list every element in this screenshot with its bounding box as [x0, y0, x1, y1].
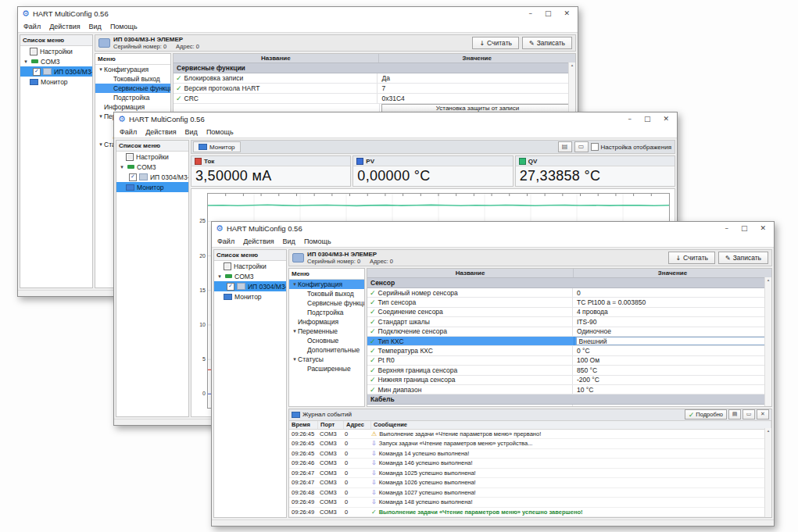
menu-tree-item-adjust[interactable]: Подстройка — [289, 308, 364, 317]
sidebar-item-com3[interactable]: ▾COM3 — [214, 271, 286, 281]
menu-actions[interactable]: Действия — [243, 237, 274, 245]
checked-checkbox-icon[interactable]: ✓ — [227, 283, 234, 291]
minimize-icon[interactable]: – — [725, 222, 728, 235]
log-row[interactable]: 09:26:45COM30⚠Выполнение задачи «Чтение … — [289, 430, 771, 440]
parameter-value-cell[interactable]: 0 °C — [573, 346, 771, 355]
clear-log-icon[interactable]: ▭ — [743, 409, 755, 420]
table-row[interactable]: ✓Провод R10 Ом — [367, 405, 771, 405]
log-row[interactable]: 09:26:46COM30⇩Команда 146 успешно выполн… — [289, 459, 771, 469]
parameter-value-cell[interactable]: Да — [378, 73, 575, 83]
menu-tree-item-adjust[interactable]: Подстройка — [95, 93, 170, 102]
log-row[interactable]: 09:26:49COM30✓Выполнение задачи «Чтение … — [289, 508, 771, 518]
table-row[interactable]: ✓Соединение сенсора4 провода — [367, 308, 771, 317]
table-row[interactable]: ✓CRC0x31C4 — [174, 94, 575, 104]
parameter-value-cell[interactable]: ITS-90 — [573, 317, 771, 326]
menu-file[interactable]: Файл — [217, 237, 234, 245]
sidebar-item-monitor[interactable]: Монитор — [20, 77, 92, 87]
menu-tree-item-statuses[interactable]: ▾Статусы — [289, 355, 364, 364]
parameter-value-cell[interactable]: Одиночное — [573, 327, 771, 336]
sidebar-item-monitor[interactable]: Монитор — [116, 182, 188, 192]
sidebar-item-device[interactable]: ✓ИП 0304/М3-Н — [214, 281, 286, 291]
close-icon[interactable]: ✕ — [760, 222, 766, 235]
minimize-icon[interactable]: – — [528, 7, 532, 20]
menu-help[interactable]: Помощь — [206, 128, 234, 136]
table-row[interactable]: ✓Блокировка записиДа — [174, 73, 575, 84]
table-row[interactable]: ✓Нижняя граница сенсора-200 °C — [367, 376, 771, 385]
titlebar[interactable]: ⚙ HART MultiConfig 0.56 – □ ✕ — [114, 112, 677, 126]
minimize-icon[interactable]: – — [628, 112, 632, 126]
parameter-value-cell[interactable]: 100 Ом — [573, 356, 771, 365]
checkbox-icon[interactable] — [591, 143, 599, 151]
menu-tree-item-current-out[interactable]: Токовый выход — [95, 74, 170, 84]
menu-view[interactable]: Вид — [283, 237, 295, 245]
menu-tree-item-config[interactable]: ▾Конфигурация — [95, 65, 170, 74]
table-row[interactable]: ✓Версия протокола HART7 — [174, 84, 575, 94]
table-row[interactable]: ✓Pt R0100 Ом — [367, 356, 771, 366]
menu-tree-item-variables[interactable]: ▾Переменные — [289, 327, 364, 336]
titlebar[interactable]: ⚙ HART MultiConfig 0.56 – □ ✕ — [18, 7, 578, 20]
log-row[interactable]: 09:26:49COM30⇩Команда 148 успешно выполн… — [289, 498, 771, 508]
sidebar-item-com3[interactable]: ▾COM3 — [116, 162, 188, 172]
vertical-scrollbar[interactable]: ▴ — [764, 428, 771, 518]
parameter-value-cell[interactable]: 7 — [378, 84, 575, 93]
parameter-value-cell[interactable]: 850 °C — [573, 366, 771, 374]
table-row[interactable]: ✓Верхняя граница сенсора850 °C — [367, 366, 771, 375]
detail-toggle-button[interactable]: ✓ Подробно — [685, 409, 727, 420]
save-log-icon[interactable]: ▤ — [728, 409, 741, 420]
write-button[interactable]: ✎Записать — [522, 37, 572, 49]
parameter-value-cell[interactable]: 4 провода — [573, 308, 771, 316]
maximize-icon[interactable]: □ — [644, 112, 651, 126]
table-row[interactable]: ✓Мин диапазон10 °C — [367, 385, 771, 395]
titlebar[interactable]: ⚙ HART MultiConfig 0.56 – □ ✕ — [212, 222, 774, 235]
sidebar-item-device[interactable]: ✓ИП 0304/М3-Н — [20, 66, 92, 77]
menu-view[interactable]: Вид — [185, 128, 198, 136]
checked-checkbox-icon[interactable]: ✓ — [33, 68, 41, 76]
log-row[interactable]: 09:26:48COM30⇩Команда 1027 успешно выпол… — [289, 488, 771, 498]
log-row[interactable]: 09:26:47COM30⇩Команда 1026 успешно выпол… — [289, 478, 771, 488]
read-button[interactable]: ↓Считать — [668, 252, 715, 264]
close-icon[interactable]: ✕ — [663, 112, 669, 126]
menu-actions[interactable]: Действия — [49, 23, 80, 30]
read-button[interactable]: ↓Считать — [472, 37, 519, 49]
kxc-type-dropdown[interactable]: Внешний▾ — [576, 337, 770, 345]
menu-file[interactable]: Файл — [23, 23, 41, 30]
menu-actions[interactable]: Действия — [145, 128, 176, 136]
parameter-value-cell[interactable]: ТС Pt100 a = 0.003850 — [573, 298, 771, 306]
menu-tree-item-config[interactable]: ▾Конфигурация — [289, 280, 364, 289]
sidebar-item-com3[interactable]: ▾COM3 — [20, 56, 92, 66]
close-log-icon[interactable]: ✕ — [757, 409, 769, 420]
table-row[interactable]: ✓Тип КХСВнешний▾ — [367, 337, 771, 346]
menu-tree-item-service[interactable]: Сервисные функции — [289, 298, 364, 308]
log-row[interactable]: 09:26:45COM30⇩Команда 14 успешно выполне… — [289, 449, 771, 459]
parameter-value-cell[interactable]: 0 — [573, 288, 771, 297]
tab-monitor[interactable]: Монитор — [193, 141, 241, 152]
sidebar-item-settings[interactable]: Настройки — [214, 261, 286, 271]
log-row[interactable]: 09:26:45COM30⇩Запуск задачи «Чтение пара… — [289, 439, 771, 449]
log-row[interactable]: 09:26:47COM30⇩Команда 1025 успешно выпол… — [289, 469, 771, 479]
menu-tree-item-service[interactable]: Сервисные функции — [95, 84, 170, 93]
menu-help[interactable]: Помощь — [110, 23, 138, 30]
menu-help[interactable]: Помощь — [304, 237, 331, 245]
parameter-value-cell[interactable]: 0x31C4 — [378, 94, 575, 103]
table-row[interactable]: ✓Стандарт шкалыITS-90 — [367, 317, 771, 327]
sidebar-item-settings[interactable]: Настройки — [116, 152, 188, 162]
menu-tree-item-info[interactable]: Информация — [95, 102, 170, 112]
menu-file[interactable]: Файл — [120, 128, 137, 136]
write-button[interactable]: ✎Записать — [718, 252, 768, 264]
parameter-value-cell[interactable]: Внешний▾ — [574, 337, 771, 345]
table-row[interactable]: ✓Тип сенсораТС Pt100 a = 0.003850 — [367, 298, 771, 307]
sidebar-item-monitor[interactable]: Монитор — [214, 291, 286, 302]
sidebar-item-settings[interactable]: Настройки — [20, 46, 92, 56]
parameter-value-cell[interactable]: 10 °C — [573, 385, 771, 394]
clear-chart-icon[interactable]: ▭ — [574, 141, 589, 152]
table-row[interactable]: ✓Серийный номер сенсора0 — [367, 288, 771, 298]
checked-checkbox-icon[interactable]: ✓ — [129, 173, 137, 181]
table-row[interactable]: ✓Подключение сенсораОдиночное — [367, 327, 771, 337]
sidebar-item-device[interactable]: ✓ИП 0304/М3-Н — [116, 172, 188, 182]
menu-tree-item-extended[interactable]: Расширенные — [289, 364, 364, 373]
parameter-value-cell[interactable]: 0 Ом — [573, 405, 771, 405]
menu-tree-item-info[interactable]: Информация — [289, 317, 364, 327]
menu-tree-item-basic[interactable]: Основные — [289, 336, 364, 345]
maximize-icon[interactable]: □ — [741, 222, 748, 235]
menu-view[interactable]: Вид — [89, 23, 102, 30]
